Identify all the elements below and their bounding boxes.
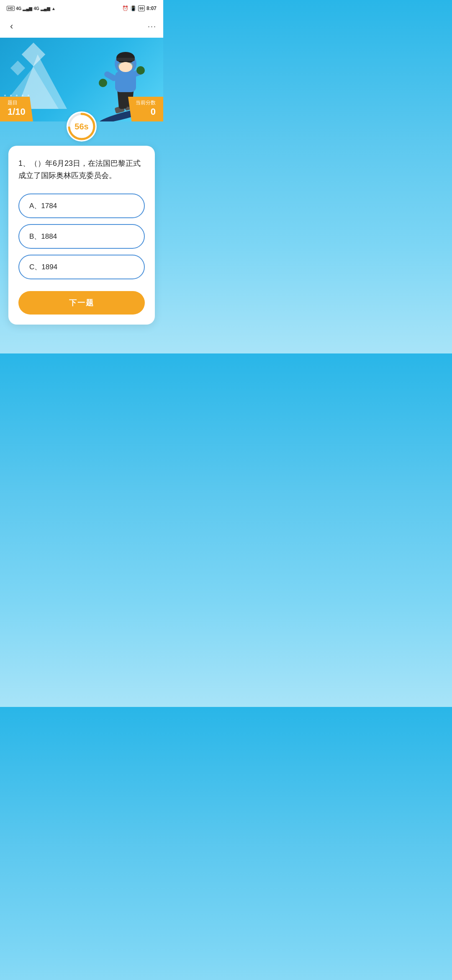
question-number: 1、 xyxy=(18,159,30,168)
options-container: A、1784 B、1884 C、1894 xyxy=(18,193,145,279)
hero-banner: 题目 1/10 当前分数 0 xyxy=(0,38,163,121)
next-question-button[interactable]: 下一题 xyxy=(18,291,145,315)
timer-circle: 56s xyxy=(67,111,97,142)
signal-4g-1: 4G xyxy=(16,6,21,11)
alarm-icon: ⏰ xyxy=(122,5,128,11)
option-b[interactable]: B、1884 xyxy=(18,224,145,249)
question-text: 1、（）年6月23日，在法国巴黎正式成立了国际奥林匹克委员会。 xyxy=(18,157,145,182)
status-right: ⏰ 📳 99 8:07 xyxy=(122,5,157,11)
svg-point-15 xyxy=(136,66,145,75)
option-c[interactable]: C、1894 xyxy=(18,255,145,279)
signal-4g-2: 4G xyxy=(33,6,39,11)
status-left: HD 4G ▂▄▆ 4G ▂▄▆ ▲ xyxy=(7,6,56,11)
wifi-icon: ▲ xyxy=(51,6,56,11)
svg-point-11 xyxy=(119,62,132,72)
nav-bar: ‹ ··· xyxy=(0,15,163,38)
question-body: （）年6月23日，在法国巴黎正式成立了国际奥林匹克委员会。 xyxy=(18,159,141,180)
hd-badge: HD xyxy=(7,6,15,11)
svg-point-14 xyxy=(99,79,107,87)
signal-bars-1: ▂▄▆ xyxy=(23,6,32,11)
signal-bars-2: ▂▄▆ xyxy=(41,6,50,11)
vibrate-icon: 📳 xyxy=(130,5,136,11)
battery-indicator: 99 xyxy=(138,5,145,11)
more-button[interactable]: ··· xyxy=(148,22,157,31)
timer-value: 56s xyxy=(74,122,88,132)
status-bar: HD 4G ▂▄▆ 4G ▂▄▆ ▲ ⏰ 📳 99 8:07 xyxy=(0,0,163,15)
quiz-card: 1、（）年6月23日，在法国巴黎正式成立了国际奥林匹克委员会。 A、1784 B… xyxy=(8,146,155,325)
timer-container: 56s xyxy=(0,111,163,142)
time-display: 8:07 xyxy=(146,5,157,11)
back-button[interactable]: ‹ xyxy=(7,19,16,34)
option-a[interactable]: A、1784 xyxy=(18,193,145,218)
svg-rect-8 xyxy=(116,58,135,61)
